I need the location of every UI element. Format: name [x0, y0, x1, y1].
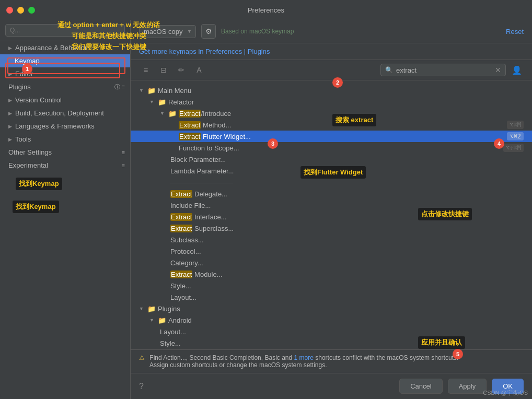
- gear-button[interactable]: ⚙: [201, 24, 216, 39]
- apply-button[interactable]: Apply: [448, 379, 487, 394]
- align-left-button[interactable]: ≡: [139, 64, 153, 76]
- expand-icon: ▼: [149, 99, 156, 104]
- minimize-button[interactable]: [17, 7, 24, 14]
- item-label: Block Parameter...: [170, 156, 524, 163]
- tree-item-protocol[interactable]: Protocol...: [131, 245, 532, 257]
- sidebar-item-label: Experimental: [8, 161, 48, 169]
- sidebar-item-appearance[interactable]: ▶ Appearance & Behavior: [0, 41, 130, 54]
- plugin-link-bar: Get more keymaps in Preferences | Plugin…: [131, 43, 532, 60]
- sidebar-item-label: Plugins: [8, 83, 31, 91]
- based-on-label: Based on macOS keymap: [221, 28, 294, 35]
- tree-item-extract-delegate[interactable]: Extract Delegate...: [131, 188, 532, 199]
- sidebar-item-label: Editor: [15, 70, 33, 78]
- sidebar-item-vcs[interactable]: ▶ Version Control: [0, 93, 130, 107]
- tree-item-extract-introduce[interactable]: ▼ 📁 Extract/Introduce: [131, 108, 532, 119]
- keymap-select-wrapper[interactable]: macOS copy: [139, 25, 196, 38]
- edit-button[interactable]: ✏: [175, 64, 188, 76]
- ok-button[interactable]: OK: [492, 379, 524, 394]
- tree-item-extract-method[interactable]: Extract Method... ⌥⌘M: [131, 119, 532, 131]
- sidebar-item-other-settings[interactable]: Other Settings ≡: [0, 146, 130, 159]
- main-content: ▶ Appearance & Behavior Keymap ▶ Editor …: [0, 20, 532, 399]
- expand-icon: ▼: [139, 306, 145, 311]
- item-label: Main Menu: [158, 87, 524, 95]
- other-settings-badge: ≡: [122, 149, 125, 156]
- tree-item-include-file[interactable]: Include File...: [131, 199, 532, 211]
- warning-icon: ⚠: [139, 354, 145, 361]
- sidebar-item-editor[interactable]: ▶ Editor: [0, 67, 130, 80]
- sidebar-item-label: Other Settings: [8, 148, 52, 156]
- window-title: Preferences: [248, 6, 284, 14]
- item-label: Extract Flutter Widget...: [179, 133, 507, 140]
- tree-item-function-to-scope[interactable]: Function to Scope... ⌥⇧⌘M: [131, 142, 532, 154]
- sidebar-item-build[interactable]: ▶ Build, Execution, Deployment: [0, 107, 130, 120]
- callout-keymap: 找到Keymap: [16, 178, 62, 190]
- folder-icon: 📁: [158, 98, 166, 106]
- shortcut-label: ⌥⇧⌘M: [503, 144, 524, 152]
- tree-item-extract-interface[interactable]: Extract Interface...: [131, 211, 532, 222]
- tree-item-extract-flutter-widget[interactable]: Extract Flutter Widget... ⌥⌘2: [131, 131, 532, 142]
- tree-item-main-menu[interactable]: ▼ 📁 Main Menu: [131, 85, 532, 96]
- sidebar-item-languages[interactable]: ▶ Languages & Frameworks: [0, 120, 130, 133]
- item-label: Lambda Parameter...: [170, 167, 524, 175]
- shortcut-label: ⌥⌘2: [507, 132, 524, 140]
- arrow-icon: ▶: [8, 137, 12, 142]
- sidebar-item-tools[interactable]: ▶ Tools: [0, 133, 130, 146]
- keymap-toolbar: macOS copy ⚙ Based on macOS keymap Reset: [131, 20, 532, 43]
- search-box: 🔍 ✕: [380, 64, 506, 76]
- shortcut-label: ⌥⌘M: [507, 121, 524, 129]
- folder-icon: 📁: [147, 305, 156, 313]
- expand-icon: ▼: [160, 111, 166, 116]
- expand-icon: ▼: [139, 88, 145, 93]
- reset-button[interactable]: Reset: [506, 28, 524, 36]
- sidebar-item-label: Tools: [15, 135, 31, 143]
- tree-item-layout[interactable]: Layout...: [131, 291, 532, 303]
- item-label: Layout...: [160, 328, 524, 336]
- tree-item-extract-module[interactable]: Extract Module...: [131, 268, 532, 280]
- clear-search-button[interactable]: ✕: [495, 66, 501, 74]
- close-button[interactable]: [6, 7, 13, 14]
- tree-item-android-style[interactable]: Style...: [131, 337, 532, 349]
- warning-text1: Find Action..., Second Basic Completion,…: [149, 354, 294, 361]
- font-button[interactable]: A: [192, 64, 206, 76]
- tree-item-refactor[interactable]: ▼ 📁 Refactor: [131, 96, 532, 108]
- folder-icon: 📁: [147, 87, 156, 95]
- item-label: Style...: [160, 339, 524, 347]
- tree-item-plugins-group[interactable]: ▼ 📁 Plugins: [131, 303, 532, 314]
- sidebar-item-label: Keymap: [15, 57, 40, 65]
- search-icon: 🔍: [385, 66, 393, 74]
- tree-item-category[interactable]: Category...: [131, 257, 532, 268]
- warning-line2: Assign custom shortcuts or change the ma…: [149, 361, 524, 369]
- tree-item-extract-superclass[interactable]: Extract Superclass...: [131, 222, 532, 234]
- sidebar-item-keymap[interactable]: Keymap: [0, 54, 130, 67]
- warning-bar: ⚠ Find Action..., Second Basic Completio…: [131, 349, 532, 373]
- sidebar-item-plugins[interactable]: Plugins ⓘ ≡: [0, 80, 130, 93]
- help-button[interactable]: ?: [139, 382, 144, 391]
- search-input[interactable]: [396, 66, 492, 74]
- arrow-icon: ▶: [8, 111, 12, 116]
- align-center-button[interactable]: ⊟: [157, 64, 170, 76]
- sidebar-search-input[interactable]: [5, 24, 125, 37]
- folder-icon: 📁: [158, 316, 166, 324]
- cancel-button[interactable]: Cancel: [399, 379, 442, 394]
- experimental-badge: ≡: [122, 162, 125, 169]
- title-bar: Preferences: [0, 0, 532, 20]
- tree-item-separator1: ————————————: [131, 177, 532, 188]
- tree-item-android-layout[interactable]: Layout...: [131, 326, 532, 337]
- tree-item-subclass[interactable]: Subclass...: [131, 234, 532, 245]
- arrow-icon: ▶: [8, 124, 12, 129]
- tree-item-style[interactable]: Style...: [131, 280, 532, 291]
- tree-item-block-parameter[interactable]: Block Parameter...: [131, 154, 532, 165]
- tree-item-lambda-parameter[interactable]: Lambda Parameter...: [131, 165, 532, 177]
- keymap-select[interactable]: macOS copy: [139, 25, 196, 38]
- sidebar-search-area: [0, 20, 130, 41]
- warning-more-link[interactable]: 1 more: [294, 354, 314, 361]
- item-label: Protocol...: [170, 248, 524, 255]
- arrow-icon: ▶: [8, 98, 12, 103]
- item-label: Subclass...: [170, 236, 524, 244]
- maximize-button[interactable]: [28, 7, 35, 14]
- get-more-keymaps-link[interactable]: Get more keymaps in Preferences | Plugin…: [139, 48, 270, 55]
- person-button[interactable]: 👤: [510, 63, 524, 77]
- tree-item-android[interactable]: ▼ 📁 Android: [131, 314, 532, 326]
- arrow-icon: ▶: [8, 72, 12, 77]
- sidebar-item-experimental[interactable]: Experimental ≡: [0, 159, 130, 172]
